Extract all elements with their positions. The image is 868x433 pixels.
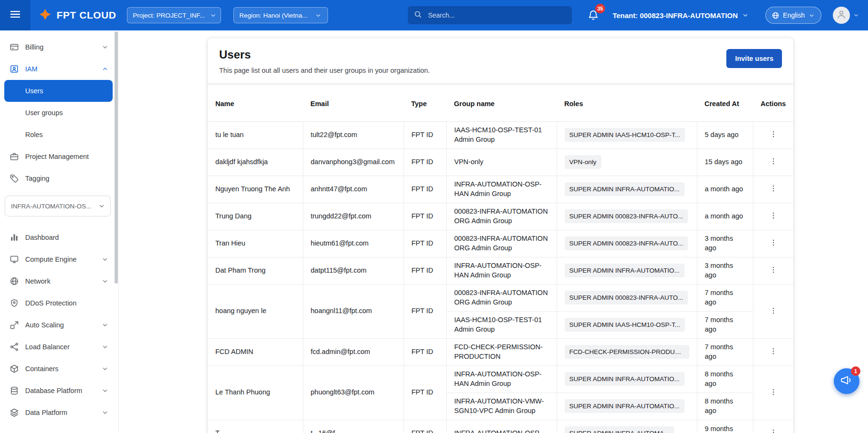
sidebar-item-label: Users (25, 87, 109, 95)
sidebar-item-label: Compute Engine (25, 256, 95, 263)
sidebar-scrollbar[interactable] (115, 31, 118, 284)
language-dropdown[interactable]: English (765, 7, 821, 24)
row-actions-button[interactable] (766, 304, 781, 318)
dashboard-icon (10, 233, 19, 242)
row-actions-button[interactable] (766, 385, 781, 400)
sidebar-item-label: Network (25, 277, 95, 285)
sidebar-item-label: Containers (25, 365, 95, 373)
user-email-cell: trungdd22@fpt.com (303, 203, 404, 230)
user-name-cell: dakljdf kjahsdfkja (208, 148, 303, 176)
sidebar-item-label: Tagging (25, 175, 109, 182)
sidebar-item-users[interactable]: Users (4, 80, 113, 102)
sidebar-item-label: DDoS Protection (25, 299, 109, 307)
tenant-dropdown[interactable]: Tenant: 000823-INFRA-AUTOMATION (613, 11, 749, 20)
row-actions-button[interactable] (766, 236, 781, 251)
created-at-cell: 8 months ago (697, 365, 753, 393)
roles-cell: SUPER ADMIN INFRA-AUTOMATIO... (557, 393, 697, 420)
group-name-cell: INFRA-AUTOMATION-OSP-HAN Admin Group (446, 257, 557, 284)
user-name-cell: T... (208, 420, 303, 433)
user-email-cell: tult22@fpt.com (303, 121, 404, 148)
user-email-cell: t...16@f... (303, 420, 404, 433)
actions-cell (753, 284, 793, 338)
load-balancer-icon (10, 342, 19, 352)
sidebar-item-user-groups[interactable]: User groups (4, 102, 113, 124)
roles-cell: SUPER ADMIN INFRA-AUTOMATIO... (557, 176, 697, 203)
user-name-cell: Trung Dang (208, 203, 303, 230)
invite-users-button[interactable]: Invite users (726, 49, 782, 68)
announcements-fab[interactable]: 1 (834, 368, 859, 394)
sidebar-project-select[interactable]: INFRA-AUTOMATION-OS... (5, 196, 111, 216)
role-chip: SUPER ADMIN INFRA-AUTOMATIO... (565, 182, 685, 197)
group-name-cell: VPN-only (446, 148, 557, 176)
group-name-cell: 000823-INFRA-AUTOMATION ORG Admin Group (446, 230, 557, 257)
sidebar-nav: BillingIAMUsersUser groupsRolesProject M… (0, 36, 118, 423)
sidebar-item-data-platform[interactable]: Data Platform (4, 402, 113, 423)
column-header-roles: Roles (557, 84, 697, 121)
region-dropdown[interactable]: Region: Hanoi (Vietna... (233, 7, 328, 23)
role-chip: SUPER ADMIN 000823-INFRA-AUTO... (565, 291, 688, 305)
sidebar-item-tagging[interactable]: Tagging (4, 167, 113, 189)
row-actions-button[interactable] (766, 128, 781, 142)
sidebar-item-network[interactable]: Network (4, 270, 113, 292)
sidebar-item-ddos-protection[interactable]: DDoS Protection (4, 292, 113, 314)
sidebar-item-compute-engine[interactable]: Compute Engine (4, 248, 113, 270)
data-platform-icon (10, 408, 19, 417)
group-name-cell: INFRA-AUTOMATION-OSP-HAN Admin Group (446, 176, 557, 203)
chevron-down-icon (808, 12, 815, 19)
created-at-cell: 15 days ago (697, 148, 753, 176)
row-actions-button[interactable] (766, 345, 781, 359)
kebab-icon (769, 266, 778, 276)
language-dropdown-label: English (783, 11, 805, 19)
users-table-body: tu le tuantult22@fpt.comFPT IDIAAS-HCM10… (208, 121, 793, 433)
row-actions-button[interactable] (766, 426, 781, 433)
kebab-icon (769, 388, 778, 398)
role-chip: SUPER ADMIN 000823-INFRA-AUTO... (565, 236, 688, 251)
sidebar-item-label: Data Platform (25, 409, 95, 416)
sidebar-item-billing[interactable]: Billing (4, 36, 113, 58)
role-chip: SUPER ADMIN INFRA-AUTOMATIO... (565, 264, 685, 278)
hamburger-icon (9, 8, 21, 22)
user-email-cell: datpt115@fpt.com (303, 257, 404, 284)
region-dropdown-label: Region: Hanoi (Vietna... (240, 12, 308, 19)
sidebar-item-label: User groups (25, 109, 109, 117)
roles-cell: SUPER ADMIN IAAS-HCM10-OSP-T... (557, 311, 697, 338)
kebab-icon (769, 184, 778, 194)
group-name-cell: INFRA-AUTOMATION-VMW-SGN10-VPC Admin Gro… (446, 393, 557, 420)
sidebar-item-iam[interactable]: IAM (4, 58, 113, 80)
column-header-name: Name (208, 84, 303, 121)
sidebar-item-project-management[interactable]: Project Management (4, 146, 113, 167)
chevron-down-icon (742, 11, 749, 19)
sidebar: BillingIAMUsersUser groupsRolesProject M… (0, 30, 119, 433)
user-menu[interactable] (833, 7, 859, 24)
project-dropdown[interactable]: Project: PROJECT_INF... (127, 7, 221, 23)
sidebar-item-auto-scaling[interactable]: Auto Scaling (4, 314, 113, 336)
row-actions-button[interactable] (766, 182, 781, 197)
sidebar-item-roles[interactable]: Roles (4, 124, 113, 146)
sidebar-item-load-balancer[interactable]: Load Balancer (4, 336, 113, 358)
created-at-cell: a month ago (697, 176, 753, 203)
person-icon (836, 9, 847, 21)
column-header-group-name: Group name (446, 84, 557, 121)
created-at-cell: 3 months ago (697, 230, 753, 257)
search-input[interactable] (427, 11, 566, 20)
row-actions-button[interactable] (766, 264, 781, 278)
role-chip: SUPER ADMIN 000823-INFRA-AUTO... (565, 209, 688, 224)
user-type-cell: FPT ID (404, 230, 446, 257)
roles-cell: SUPER ADMIN 000823-INFRA-AUTO... (557, 284, 697, 311)
billing-icon (10, 42, 19, 52)
users-card: Users This page list out all users and t… (208, 38, 793, 433)
chevron-down-icon (101, 365, 109, 373)
group-name-cell: INFRA-AUTOMATION-OSP-HAN Admin Group (446, 365, 557, 393)
row-actions-button[interactable] (766, 209, 781, 224)
sidebar-item-dashboard[interactable]: Dashboard (4, 226, 113, 248)
hamburger-menu-button[interactable] (0, 0, 30, 30)
actions-cell (753, 230, 793, 257)
sidebar-item-containers[interactable]: Containers (4, 358, 113, 380)
kebab-icon (769, 428, 778, 433)
sidebar-item-database-platform[interactable]: Database Platform (4, 380, 113, 402)
role-chip: SUPER ADMIN INFRA-AUTOMATIO... (565, 399, 685, 413)
notifications-button[interactable]: 35 (586, 8, 600, 22)
project-dropdown-label: Project: PROJECT_INF... (133, 12, 205, 19)
actions-cell (753, 365, 793, 420)
row-actions-button[interactable] (766, 155, 781, 169)
